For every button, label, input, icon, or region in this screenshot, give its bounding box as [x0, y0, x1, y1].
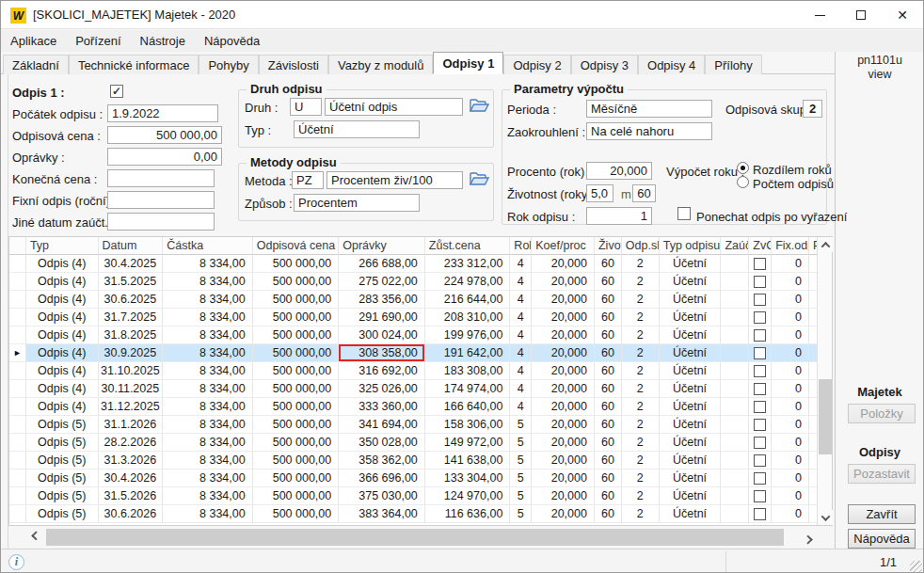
cell-typ[interactable]: Odpis (4): [26, 255, 99, 273]
cell-opravky[interactable]: 283 356,00: [339, 291, 425, 309]
header-castka[interactable]: Částka: [163, 237, 253, 255]
cell-zust_cena[interactable]: 183 308,00: [425, 362, 511, 380]
cell-zvc[interactable]: [749, 470, 772, 487]
cell-zust_cena[interactable]: 174 974,00: [425, 380, 511, 398]
menu-item-2[interactable]: Nástroje: [131, 30, 195, 52]
info-icon[interactable]: i: [8, 554, 24, 570]
cell-odpisova_cena[interactable]: 500 000,00: [253, 398, 340, 416]
druh-name-field[interactable]: Účetní odpis: [325, 98, 463, 116]
cell-odpsk[interactable]: 2: [622, 505, 660, 523]
menu-item-1[interactable]: Pořízení: [66, 30, 130, 52]
cell-typ[interactable]: Odpis (4): [26, 344, 99, 362]
cell-marker[interactable]: [9, 452, 26, 470]
cell-zauct[interactable]: [721, 470, 749, 487]
cell-zvc[interactable]: [749, 398, 772, 416]
cell-castka[interactable]: 8 334,00: [163, 470, 253, 487]
radio-0[interactable]: [737, 162, 749, 174]
cell-marker[interactable]: [9, 380, 26, 398]
cell-typ[interactable]: Odpis (5): [26, 505, 99, 523]
cell-odpsk[interactable]: 2: [622, 416, 660, 434]
cell-zvc[interactable]: [749, 273, 772, 291]
cell-datum[interactable]: 30.4.2026: [99, 470, 164, 487]
cell-typ_odpisu[interactable]: Účetní: [660, 434, 722, 452]
cell-fix_odp[interactable]: 0: [772, 434, 809, 452]
cell-zivot[interactable]: 60: [595, 470, 622, 487]
cell-rok[interactable]: 5: [510, 434, 532, 452]
table-row[interactable]: Odpis (5)31.3.20268 334,00500 000,00358 …: [9, 452, 818, 470]
cell-marker[interactable]: [9, 470, 26, 487]
cell-odpisova_cena[interactable]: 500 000,00: [253, 291, 340, 309]
menu-item-3[interactable]: Nápověda: [195, 30, 269, 52]
tab-1[interactable]: Technické informace: [69, 55, 199, 74]
cell-odpsk[interactable]: 2: [622, 380, 660, 398]
cell-typ_odpisu[interactable]: Účetní: [660, 255, 722, 273]
cell-odpisova_cena[interactable]: 500 000,00: [253, 344, 340, 362]
cell-rok[interactable]: 5: [510, 452, 532, 470]
cell-typ[interactable]: Odpis (5): [26, 487, 99, 505]
header-odpsk[interactable]: Odp.sk.: [622, 237, 660, 255]
cell-marker[interactable]: [9, 273, 26, 291]
cell-zvc[interactable]: [749, 255, 772, 273]
procento-field[interactable]: 20,000: [586, 162, 652, 180]
table-row[interactable]: Odpis (5)31.1.20268 334,00500 000,00341 …: [9, 416, 818, 434]
cell-fix_odp[interactable]: 0: [772, 398, 809, 416]
cell-fix_odp[interactable]: 0: [772, 452, 809, 470]
cell-zivot[interactable]: 60: [595, 505, 622, 523]
cell-koef[interactable]: 20,000: [532, 416, 595, 434]
cell-zauct[interactable]: [721, 309, 749, 326]
cell-zauct[interactable]: [721, 255, 749, 273]
cell-typ[interactable]: Odpis (4): [26, 291, 99, 309]
scroll-left-button[interactable]: [27, 529, 42, 546]
cell-castka[interactable]: 8 334,00: [163, 380, 253, 398]
header-rok[interactable]: Rok: [510, 237, 532, 255]
cell-zauct[interactable]: [721, 291, 749, 309]
metoda-name-field[interactable]: Procentem živ/100: [327, 171, 463, 189]
zaokrouhleni-field[interactable]: Na celé nahoru: [586, 122, 712, 140]
cell-rok[interactable]: 4: [510, 398, 532, 416]
cell-zivot[interactable]: 60: [595, 380, 622, 398]
cell-odpsk[interactable]: 2: [622, 273, 660, 291]
vertical-scrollbar-thumb[interactable]: [819, 379, 832, 454]
cell-opravky[interactable]: 291 690,00: [339, 309, 425, 326]
header-typ_odpisu[interactable]: Typ odpisu: [660, 237, 722, 255]
cell-datum[interactable]: 28.2.2026: [99, 434, 164, 452]
cell-odpisova_cena[interactable]: 500 000,00: [253, 416, 340, 434]
cell-zauct[interactable]: [721, 344, 749, 362]
cell-fix_odp[interactable]: 0: [772, 344, 809, 362]
cell-typ[interactable]: Odpis (4): [26, 273, 99, 291]
cell-zvc[interactable]: [749, 487, 772, 505]
cell-odpisova_cena[interactable]: 500 000,00: [253, 452, 340, 470]
cell-datum[interactable]: 31.3.2026: [99, 452, 164, 470]
scroll-up-button[interactable]: [818, 237, 833, 252]
cell-zvc[interactable]: [749, 344, 772, 362]
field-input-1[interactable]: 500 000,00: [107, 126, 222, 144]
cell-castka[interactable]: 8 334,00: [163, 434, 253, 452]
cell-zvc[interactable]: [749, 434, 772, 452]
resize-grip-icon[interactable]: [910, 561, 922, 573]
cell-marker[interactable]: [9, 326, 26, 344]
cell-typ_odpisu[interactable]: Účetní: [660, 309, 722, 326]
zvc-checkbox[interactable]: [754, 311, 766, 324]
zvc-checkbox[interactable]: [754, 294, 766, 306]
table-row[interactable]: Odpis (5)31.5.20268 334,00500 000,00375 …: [9, 487, 818, 505]
cell-castka[interactable]: 8 334,00: [163, 273, 253, 291]
table-row[interactable]: Odpis (4)30.6.20258 334,00500 000,00283 …: [9, 291, 818, 309]
zvc-checkbox[interactable]: [754, 276, 766, 288]
cell-odpsk[interactable]: 2: [622, 309, 660, 326]
cell-odpisova_cena[interactable]: 500 000,00: [253, 309, 340, 326]
metoda-code-field[interactable]: PZ: [292, 171, 324, 189]
cell-typ[interactable]: Odpis (5): [26, 470, 99, 487]
cell-typ[interactable]: Odpis (4): [26, 398, 99, 416]
cell-odpsk[interactable]: 2: [622, 487, 660, 505]
zvc-checkbox[interactable]: [754, 347, 766, 359]
cell-datum[interactable]: 31.1.2026: [99, 416, 164, 434]
zvc-checkbox[interactable]: [754, 472, 766, 485]
cell-rok[interactable]: 4: [510, 255, 532, 273]
cell-castka[interactable]: 8 334,00: [163, 362, 253, 380]
header-zust_cena[interactable]: Zůst.cena: [425, 237, 511, 255]
zvc-checkbox[interactable]: [754, 401, 766, 413]
cell-typ_odpisu[interactable]: Účetní: [660, 380, 722, 398]
cell-rok[interactable]: 4: [510, 344, 532, 362]
cell-odpsk[interactable]: 2: [622, 452, 660, 470]
cell-odpisova_cena[interactable]: 500 000,00: [253, 487, 340, 505]
